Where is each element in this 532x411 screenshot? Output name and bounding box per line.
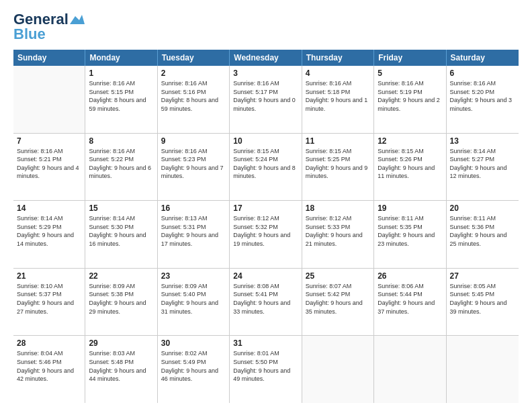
day-cell-29: 29Sunrise: 8:03 AMSunset: 5:48 PMDayligh… — [85, 336, 157, 403]
empty-cell — [374, 336, 446, 403]
sunrise-text: Sunrise: 8:16 AM — [450, 79, 515, 88]
empty-cell — [302, 336, 374, 403]
sunrise-text: Sunrise: 8:16 AM — [378, 79, 442, 88]
sunset-text: Sunset: 5:46 PM — [17, 358, 81, 367]
daylight-text: Daylight: 9 hours and 25 minutes. — [450, 231, 515, 248]
week-row-1: 1Sunrise: 8:16 AMSunset: 5:15 PMDaylight… — [13, 66, 519, 134]
sunset-text: Sunset: 5:17 PM — [233, 88, 298, 97]
day-number: 19 — [378, 203, 442, 213]
day-number: 20 — [450, 203, 515, 213]
day-number: 8 — [89, 136, 153, 146]
week-row-5: 28Sunrise: 8:04 AMSunset: 5:46 PMDayligh… — [13, 336, 519, 403]
day-number: 5 — [378, 68, 442, 78]
sunset-text: Sunset: 5:22 PM — [89, 155, 153, 164]
sunset-text: Sunset: 5:31 PM — [161, 223, 226, 232]
day-cell-18: 18Sunrise: 8:12 AMSunset: 5:33 PMDayligh… — [302, 201, 374, 268]
daylight-text: Daylight: 9 hours and 33 minutes. — [233, 299, 298, 316]
sunset-text: Sunset: 5:42 PM — [306, 290, 370, 299]
daylight-text: Daylight: 8 hours and 59 minutes. — [89, 96, 153, 113]
day-number: 24 — [233, 271, 298, 281]
sunset-text: Sunset: 5:50 PM — [233, 358, 298, 367]
day-number: 6 — [450, 68, 515, 78]
day-cell-27: 27Sunrise: 8:05 AMSunset: 5:45 PMDayligh… — [447, 269, 519, 336]
day-header-tuesday: Tuesday — [158, 50, 230, 66]
daylight-text: Daylight: 9 hours and 35 minutes. — [306, 299, 370, 316]
calendar-header: SundayMondayTuesdayWednesdayThursdayFrid… — [13, 50, 519, 66]
daylight-text: Daylight: 9 hours and 21 minutes. — [306, 231, 370, 248]
day-number: 10 — [233, 136, 298, 146]
svg-marker-0 — [70, 15, 85, 24]
empty-cell — [447, 336, 519, 403]
day-cell-16: 16Sunrise: 8:13 AMSunset: 5:31 PMDayligh… — [158, 201, 230, 268]
daylight-text: Daylight: 9 hours and 12 minutes. — [450, 164, 515, 181]
sunrise-text: Sunrise: 8:16 AM — [89, 79, 153, 88]
daylight-text: Daylight: 9 hours and 37 minutes. — [378, 299, 442, 316]
sunset-text: Sunset: 5:32 PM — [233, 223, 298, 232]
day-number: 21 — [17, 271, 81, 281]
daylight-text: Daylight: 9 hours and 19 minutes. — [233, 231, 298, 248]
logo-icon — [70, 15, 85, 26]
sunrise-text: Sunrise: 8:16 AM — [17, 147, 81, 156]
sunset-text: Sunset: 5:37 PM — [17, 290, 81, 299]
sunset-text: Sunset: 5:15 PM — [89, 88, 153, 97]
sunset-text: Sunset: 5:41 PM — [233, 290, 298, 299]
sunset-text: Sunset: 5:24 PM — [233, 155, 298, 164]
sunset-text: Sunset: 5:38 PM — [89, 290, 153, 299]
sunrise-text: Sunrise: 8:11 AM — [450, 214, 515, 223]
week-row-2: 7Sunrise: 8:16 AMSunset: 5:21 PMDaylight… — [13, 134, 519, 201]
daylight-text: Daylight: 9 hours and 8 minutes. — [233, 164, 298, 181]
sunrise-text: Sunrise: 8:16 AM — [233, 79, 298, 88]
sunrise-text: Sunrise: 8:16 AM — [306, 79, 370, 88]
sunrise-text: Sunrise: 8:16 AM — [161, 79, 226, 88]
day-number: 13 — [450, 136, 515, 146]
day-number: 18 — [306, 203, 370, 213]
sunrise-text: Sunrise: 8:04 AM — [17, 349, 81, 358]
daylight-text: Daylight: 9 hours and 11 minutes. — [378, 164, 442, 181]
day-header-wednesday: Wednesday — [230, 50, 302, 66]
daylight-text: Daylight: 9 hours and 6 minutes. — [89, 164, 153, 181]
day-cell-28: 28Sunrise: 8:04 AMSunset: 5:46 PMDayligh… — [13, 336, 85, 403]
sunset-text: Sunset: 5:20 PM — [450, 88, 515, 97]
daylight-text: Daylight: 9 hours and 3 minutes. — [450, 96, 515, 113]
empty-cell — [13, 66, 85, 133]
sunrise-text: Sunrise: 8:06 AM — [378, 282, 442, 291]
day-number: 17 — [233, 203, 298, 213]
day-number: 2 — [161, 68, 226, 78]
daylight-text: Daylight: 9 hours and 16 minutes. — [89, 231, 153, 248]
sunset-text: Sunset: 5:48 PM — [89, 358, 153, 367]
day-number: 31 — [233, 338, 298, 348]
sunset-text: Sunset: 5:30 PM — [89, 223, 153, 232]
sunrise-text: Sunrise: 8:09 AM — [89, 282, 153, 291]
daylight-text: Daylight: 9 hours and 2 minutes. — [378, 96, 442, 113]
day-cell-7: 7Sunrise: 8:16 AMSunset: 5:21 PMDaylight… — [13, 134, 85, 201]
day-number: 7 — [17, 136, 81, 146]
day-cell-3: 3Sunrise: 8:16 AMSunset: 5:17 PMDaylight… — [230, 66, 302, 133]
sunrise-text: Sunrise: 8:11 AM — [378, 214, 442, 223]
day-number: 1 — [89, 68, 153, 78]
sunrise-text: Sunrise: 8:12 AM — [233, 214, 298, 223]
daylight-text: Daylight: 9 hours and 1 minute. — [306, 96, 370, 113]
day-number: 9 — [161, 136, 226, 146]
sunset-text: Sunset: 5:33 PM — [306, 223, 370, 232]
sunset-text: Sunset: 5:19 PM — [378, 88, 442, 97]
daylight-text: Daylight: 9 hours and 7 minutes. — [161, 164, 226, 181]
sunset-text: Sunset: 5:21 PM — [17, 155, 81, 164]
sunset-text: Sunset: 5:45 PM — [450, 290, 515, 299]
day-number: 3 — [233, 68, 298, 78]
day-number: 15 — [89, 203, 153, 213]
sunrise-text: Sunrise: 8:05 AM — [450, 282, 515, 291]
day-cell-22: 22Sunrise: 8:09 AMSunset: 5:38 PMDayligh… — [85, 269, 157, 336]
day-number: 27 — [450, 271, 515, 281]
sunrise-text: Sunrise: 8:10 AM — [17, 282, 81, 291]
day-cell-13: 13Sunrise: 8:14 AMSunset: 5:27 PMDayligh… — [447, 134, 519, 201]
day-number: 30 — [161, 338, 226, 348]
logo-blue: Blue — [13, 26, 46, 43]
daylight-text: Daylight: 9 hours and 4 minutes. — [17, 164, 81, 181]
sunrise-text: Sunrise: 8:12 AM — [306, 214, 370, 223]
day-cell-5: 5Sunrise: 8:16 AMSunset: 5:19 PMDaylight… — [374, 66, 446, 133]
sunset-text: Sunset: 5:36 PM — [450, 223, 515, 232]
day-cell-1: 1Sunrise: 8:16 AMSunset: 5:15 PMDaylight… — [85, 66, 157, 133]
sunset-text: Sunset: 5:18 PM — [306, 88, 370, 97]
header: General Blue — [13, 11, 519, 43]
day-cell-6: 6Sunrise: 8:16 AMSunset: 5:20 PMDaylight… — [447, 66, 519, 133]
